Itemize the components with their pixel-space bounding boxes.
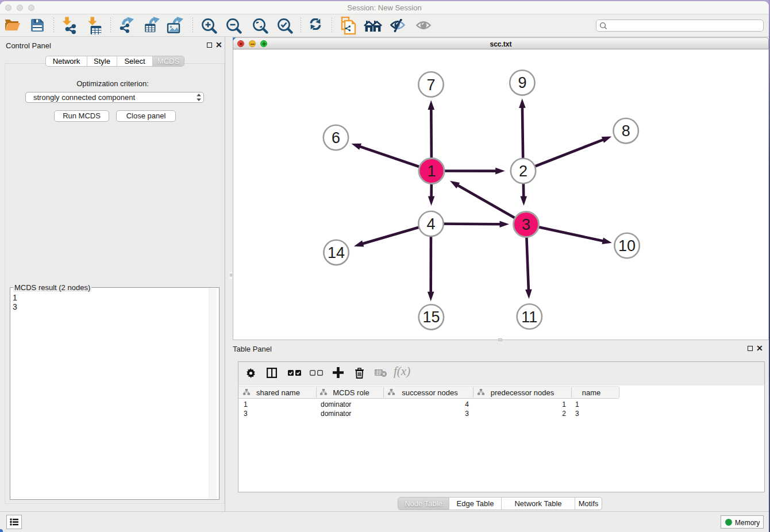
svg-text:10: 10 — [618, 237, 636, 255]
svg-text:15: 15 — [422, 309, 440, 326]
svg-text:3: 3 — [522, 216, 530, 233]
svg-text:4: 4 — [426, 215, 435, 233]
svg-text:6: 6 — [332, 129, 340, 147]
svg-text:11: 11 — [521, 309, 537, 326]
svg-text:1: 1 — [427, 163, 436, 180]
svg-text:9: 9 — [518, 74, 526, 91]
svg-text:8: 8 — [622, 122, 630, 140]
svg-text:2: 2 — [519, 163, 528, 180]
svg-text:14: 14 — [328, 244, 345, 261]
svg-text:7: 7 — [426, 76, 435, 94]
